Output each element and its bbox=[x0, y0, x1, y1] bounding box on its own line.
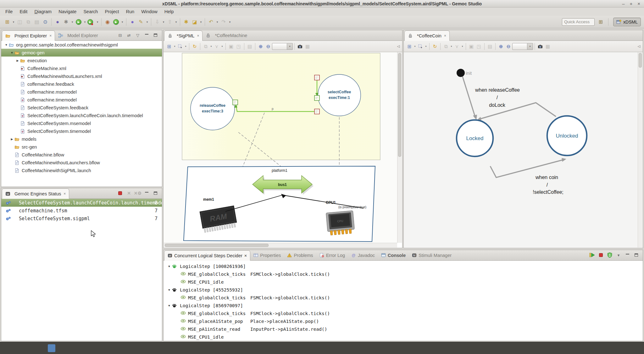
collapse-editor-icon[interactable]: ◁ bbox=[638, 44, 641, 48]
dispose-all-engines-icon[interactable]: ✕⁠⚙ bbox=[135, 190, 141, 196]
resume-icon[interactable] bbox=[589, 252, 595, 258]
dropdown-arrow[interactable]: ▾ bbox=[184, 45, 187, 48]
maximize-view-icon[interactable] bbox=[633, 252, 639, 258]
menu-file[interactable]: File bbox=[2, 8, 16, 16]
tree-item-src-gen[interactable]: src-gen bbox=[1, 143, 162, 151]
layers-icon[interactable]: ▦ bbox=[544, 43, 552, 50]
zoom-combo-dropdown[interactable]: ▾ bbox=[527, 43, 533, 50]
expanded-arrow-icon[interactable]: ▼ bbox=[167, 304, 172, 307]
collapsed-arrow-icon[interactable]: ▶ bbox=[9, 138, 14, 141]
mse-event-mse-pa1instate-read[interactable]: MSE_pA1inState_readInputPort->pA1inState… bbox=[164, 325, 643, 333]
minimize-view-icon[interactable] bbox=[144, 190, 149, 196]
window-minimize-button[interactable]: ‒ bbox=[622, 0, 625, 8]
tree-item-coffemachine-msemodel[interactable]: coffemachine.msemodel bbox=[1, 88, 162, 96]
mse-event-mse-globalclock-ticks[interactable]: MSE_globalClock_ticksFSMClock->globalClo… bbox=[164, 270, 643, 278]
camera-icon[interactable] bbox=[536, 43, 544, 50]
menu-navigate[interactable]: Navigate bbox=[55, 8, 80, 16]
engine-row-selectcoffeesystem-launchcoffeecoin-launch-timemodel[interactable]: SelectCoffeeSystem.launchCoffeeCoin.laun… bbox=[1, 199, 162, 207]
port-selectcoffee-mid[interactable] bbox=[314, 95, 319, 101]
dropdown-arrow[interactable]: ▾ bbox=[616, 252, 621, 258]
collapse-editor-icon[interactable]: ◁ bbox=[397, 44, 400, 48]
engine-row-selectcoffeesystem-sigpml[interactable]: SelectCoffeeSystem.sigpml7 bbox=[1, 215, 162, 222]
dropdown-arrow[interactable]: ▾ bbox=[70, 18, 74, 26]
zoom-out-icon[interactable]: ⊖ bbox=[264, 43, 272, 50]
maximize-view-icon[interactable] bbox=[153, 32, 158, 38]
expanded-arrow-icon[interactable]: ▼ bbox=[167, 265, 172, 268]
taskbar-item[interactable] bbox=[48, 344, 55, 352]
toolbar-icon-junit[interactable]: ● bbox=[128, 18, 136, 26]
clipboard-icon[interactable]: ▤ bbox=[486, 43, 494, 50]
export-selection-icon[interactable]: ◳ bbox=[235, 43, 242, 50]
zoom-in-icon[interactable]: ⊕ bbox=[497, 43, 505, 50]
tree-item-coffeemachine-bflow[interactable]: CoffeeMachine.bflow bbox=[1, 151, 162, 159]
tree-item-coffeemachinewithoutlaunchers-xml[interactable]: CoffeeMachinewithoutLaunchers.xml bbox=[1, 72, 162, 80]
zoom-level-combo[interactable] bbox=[512, 43, 527, 50]
tree-item-gemoc-gen[interactable]: ▼gemoc-gen bbox=[1, 49, 162, 57]
close-icon[interactable]: × bbox=[64, 192, 66, 196]
window-close-button[interactable]: × bbox=[637, 0, 640, 8]
decider-shield-icon[interactable] bbox=[607, 252, 613, 258]
dropdown-arrow[interactable]: ▾ bbox=[173, 45, 176, 48]
logical-step-logicalstep-856970097[interactable]: ▼LogicalStep [856970097] bbox=[164, 302, 643, 309]
collapsed-arrow-icon[interactable]: ▶ bbox=[15, 59, 20, 62]
tab-gemoc-engines-status[interactable]: M Gemoc Engines Status × bbox=[2, 188, 69, 199]
tree-item-coffeemachinewithsigpml-launch[interactable]: CoffeeMachinewithSigPML.launch bbox=[1, 166, 162, 174]
toolbar-icon-redo[interactable]: ↷ bbox=[219, 18, 228, 26]
toolbar-icon-print[interactable]: ▤ bbox=[33, 18, 41, 26]
toolbar-icon-save-all[interactable]: ⧉ bbox=[24, 18, 32, 26]
layout-icon[interactable]: ⊞ bbox=[165, 43, 173, 50]
initial-transition[interactable] bbox=[463, 77, 475, 117]
vertical-scrollbar[interactable] bbox=[397, 52, 402, 243]
perspective-button-xdsml[interactable]: xDSML bbox=[613, 18, 641, 26]
dropdown-arrow[interactable]: ▾ bbox=[215, 18, 219, 26]
dropdown-arrow[interactable]: ▾ bbox=[424, 45, 428, 48]
port-output-releasecoffee[interactable] bbox=[233, 100, 238, 105]
tab-stimuli-manager[interactable]: MStimuli Manager bbox=[409, 250, 455, 260]
dropdown-arrow[interactable]: ▾ bbox=[199, 18, 203, 26]
close-icon[interactable]: × bbox=[444, 34, 446, 38]
copy-icon[interactable]: ⧉ bbox=[442, 43, 450, 50]
minimize-view-icon[interactable] bbox=[144, 32, 149, 38]
stop-engine-icon[interactable] bbox=[117, 190, 123, 196]
dropdown-arrow[interactable]: ▾ bbox=[220, 45, 224, 48]
dropdown-arrow[interactable]: ▾ bbox=[174, 18, 178, 26]
dropdown-arrow[interactable]: ▾ bbox=[228, 18, 232, 26]
sigpml-canvas[interactable]: releaseCoffee execTime:3 selectCoffee ex… bbox=[164, 52, 397, 243]
toolbar-icon-run[interactable]: ▶ bbox=[75, 18, 83, 26]
vertical-scrollbar[interactable] bbox=[638, 52, 642, 248]
dropdown-arrow[interactable]: ▾ bbox=[461, 45, 464, 48]
refresh-icon[interactable]: ↻ bbox=[431, 43, 439, 50]
tab-properties[interactable]: Properties bbox=[250, 250, 284, 260]
zoom-combo-dropdown[interactable]: ▾ bbox=[287, 43, 293, 50]
tree-item-org-gemoc-sample-bcool-coffeemachinewithsigpml[interactable]: ▼org.gemoc.sample.bcool.coffeemachinewit… bbox=[1, 41, 162, 49]
menu-diagram[interactable]: Diagram bbox=[31, 8, 55, 16]
tree-item-selectcoffeesystem-timemodel[interactable]: SelectCoffeeSystem.timemodel bbox=[1, 127, 162, 135]
tree-item-coffeemachinewithoutlaunchers-bflow[interactable]: CoffeeMachinewithoutLaunchers.bflow bbox=[1, 159, 162, 166]
tab-model-explorer[interactable]: Model Explorer bbox=[55, 30, 101, 41]
open-perspective-icon[interactable]: ⊞ bbox=[598, 19, 603, 25]
view-menu-icon[interactable]: ▽ bbox=[135, 32, 141, 38]
tab-console[interactable]: Console bbox=[378, 250, 409, 260]
tree-item-selectcoffeesystem-msemodel[interactable]: SelectCoffeeSystem.msemodel bbox=[1, 119, 162, 127]
tab-javadoc[interactable]: @Javadoc bbox=[348, 250, 378, 260]
close-icon[interactable]: × bbox=[197, 34, 199, 38]
port-input-selectcoffee-top[interactable] bbox=[314, 75, 319, 80]
dropdown-arrow[interactable]: ▾ bbox=[413, 45, 417, 48]
dropdown-arrow[interactable]: ▾ bbox=[120, 18, 124, 26]
dispose-engine-icon[interactable]: ✕ bbox=[126, 190, 132, 196]
close-icon[interactable]: × bbox=[244, 253, 247, 258]
tab-sigpml[interactable]: *SigPML × bbox=[164, 30, 203, 41]
tree-item-models[interactable]: ▶models bbox=[1, 135, 162, 143]
toolbar-icon-new-wizard[interactable]: ⊞ bbox=[3, 18, 11, 26]
clipboard-icon[interactable]: ▤ bbox=[246, 43, 253, 50]
tree-item-coffeemachine-xml[interactable]: CoffeeMachine.xml bbox=[1, 64, 162, 72]
coffeecoin-canvas[interactable]: init when releaseCoffee / doLock w bbox=[404, 52, 638, 248]
toolbar-icon-annotation[interactable]: ✎ bbox=[137, 18, 145, 26]
toolbar-icon-run-last[interactable]: ▶ bbox=[87, 18, 95, 26]
tab-problems[interactable]: !Problems bbox=[284, 250, 316, 260]
zoom-in-icon[interactable]: ⊕ bbox=[257, 43, 264, 50]
layers-icon[interactable]: ▦ bbox=[304, 43, 311, 50]
window-maximize-button[interactable]: + bbox=[630, 0, 632, 8]
mse-event-mse-placea1state-pop[interactable]: MSE_placeA1State_popPlace->placeA1State.… bbox=[164, 317, 643, 325]
toolbar-icon-search[interactable]: ⊙ bbox=[41, 18, 49, 26]
